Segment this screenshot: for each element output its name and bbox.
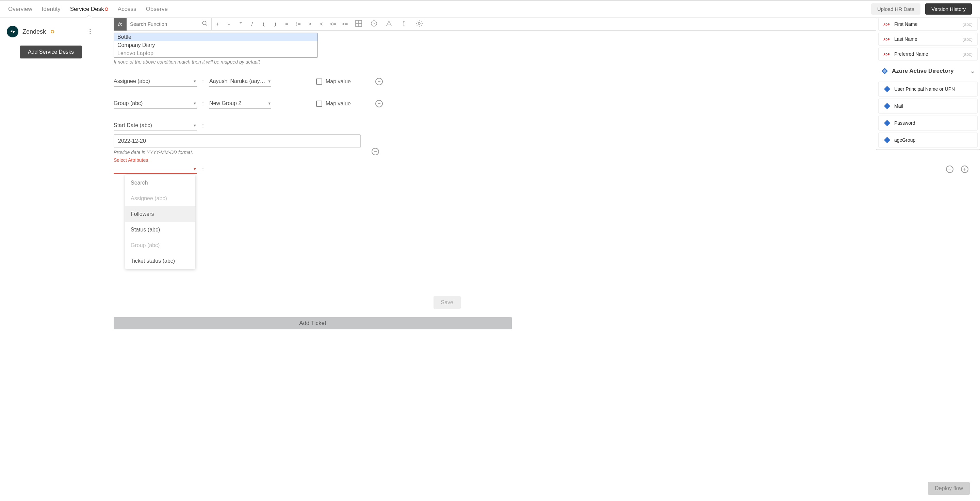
op-div[interactable]: / — [247, 21, 258, 27]
formula-tools — [355, 19, 423, 29]
chevron-down-icon: ▼ — [267, 79, 271, 83]
tab-identity[interactable]: Identity — [42, 1, 60, 17]
tab-observe[interactable]: Observe — [146, 1, 168, 17]
select-value: Assignee (abc) — [114, 78, 150, 84]
text-style-icon[interactable] — [385, 20, 393, 28]
more-menu-icon[interactable] — [86, 27, 95, 36]
dropdown-search[interactable]: Search — [125, 175, 195, 191]
svg-point-3 — [202, 21, 206, 25]
tab-overview[interactable]: Overview — [8, 1, 32, 17]
attribute-dropdown: Search Assignee (abc) Followers Status (… — [125, 175, 195, 269]
add-mapping-button[interactable]: + — [961, 165, 969, 173]
adp-attr-row[interactable]: ADP Preferred Name (abc) — [878, 48, 978, 60]
aad-attr-row[interactable]: Password — [878, 116, 978, 130]
aad-attr-row[interactable]: User Principal Name or UPN — [878, 82, 978, 97]
remove-mapping-button[interactable]: − — [946, 165, 953, 173]
add-service-desks-button[interactable]: Add Service Desks — [20, 46, 82, 59]
svg-point-9 — [404, 21, 404, 22]
operator-row: + - * / ( ) = != > < <= >= — [212, 17, 350, 30]
dropdown-item[interactable]: Followers — [125, 206, 195, 222]
list-item[interactable]: Bottle — [114, 33, 318, 41]
table-icon[interactable] — [355, 19, 363, 29]
chevron-down-icon: ▼ — [193, 167, 197, 171]
select-value: Start Date (abc) — [114, 122, 152, 128]
search-function-field[interactable] — [127, 17, 212, 30]
aad-attr-row[interactable]: ageGroup — [878, 133, 978, 147]
attribute-select[interactable]: Start Date (abc) ▼ — [114, 120, 197, 131]
settings-icon[interactable] — [415, 19, 423, 29]
colon-separator: : — [202, 166, 204, 173]
remove-mapping-button[interactable]: − — [375, 100, 383, 108]
version-history-button[interactable]: Version History — [925, 3, 972, 14]
service-desk-row[interactable]: Zendesk — [7, 24, 95, 39]
select-value: Aayushi Naruka (aay… — [209, 78, 266, 84]
alert-icon — [105, 8, 108, 11]
op-plus[interactable]: + — [212, 21, 223, 27]
op-neq[interactable]: != — [293, 21, 304, 27]
op-mult[interactable]: * — [235, 21, 247, 27]
empty-mapping-row: ▼ : − + — [114, 165, 969, 174]
fx-icon[interactable]: fx — [114, 17, 127, 30]
mapping-form: Bottle Company Diary Lenovo Laptop If no… — [102, 30, 980, 501]
attr-label: Preferred Name — [894, 51, 928, 57]
search-icon[interactable] — [202, 21, 208, 27]
aad-attr-row[interactable]: Mail — [878, 98, 978, 114]
info-icon[interactable] — [400, 20, 408, 28]
attribute-select[interactable]: Group (abc) ▼ — [114, 98, 197, 109]
chevron-down-icon: ▼ — [193, 79, 197, 83]
op-eq[interactable]: = — [281, 21, 293, 27]
attribute-select[interactable]: Assignee (abc) ▼ — [114, 76, 197, 87]
list-item[interactable]: Company Diary — [114, 41, 318, 49]
remove-mapping-button[interactable]: − — [372, 148, 379, 155]
attr-label: Password — [894, 120, 915, 126]
add-ticket-button[interactable]: Add Ticket — [114, 317, 512, 329]
dropdown-item[interactable]: Status (abc) — [125, 222, 195, 238]
op-lte[interactable]: <= — [327, 21, 339, 27]
main-panel: fx + - * / ( ) = != > < <= >= — [102, 17, 980, 501]
op-minus[interactable]: - — [223, 21, 235, 27]
attr-type: (abc) — [962, 52, 972, 57]
adp-icon: ADP — [883, 37, 891, 41]
attribute-select-empty[interactable]: ▼ — [114, 165, 197, 174]
value-select[interactable]: Aayushi Naruka (aay… ▼ — [209, 76, 271, 87]
save-button[interactable]: Save — [434, 296, 461, 309]
map-value-checkbox[interactable] — [316, 79, 322, 85]
start-date-input[interactable] — [114, 134, 361, 148]
chevron-down-icon: ▼ — [193, 124, 197, 127]
upload-hr-data-button[interactable]: Upload HR Data — [871, 3, 920, 14]
zendesk-logo-icon — [7, 26, 18, 37]
op-gt[interactable]: > — [304, 21, 316, 27]
azure-ad-icon — [883, 136, 891, 144]
chevron-down-icon: ▼ — [193, 101, 197, 105]
op-rparen[interactable]: ) — [269, 21, 281, 27]
attr-label: ageGroup — [894, 137, 915, 143]
value-select[interactable]: New Group 2 ▼ — [209, 98, 271, 109]
chevron-down-icon: ▼ — [267, 101, 271, 105]
op-lt[interactable]: < — [316, 21, 327, 27]
dropdown-item[interactable]: Ticket status (abc) — [125, 253, 195, 269]
default-helper-text: If none of the above condition match the… — [114, 59, 969, 65]
deploy-flow-button[interactable]: Deploy flow — [928, 482, 970, 495]
tab-service-desk[interactable]: Service Desk — [70, 1, 108, 17]
adp-attr-row[interactable]: ADP First Name (abc) — [878, 18, 978, 30]
adp-attr-row[interactable]: ADP Last Name (abc) — [878, 33, 978, 46]
mapping-row: Assignee (abc) ▼ : Aayushi Naruka (aay… … — [114, 76, 969, 87]
op-lparen[interactable]: ( — [258, 21, 269, 27]
attr-label: First Name — [894, 21, 917, 27]
attr-label: Last Name — [894, 36, 917, 42]
attr-label: Mail — [894, 103, 903, 109]
search-function-input[interactable] — [130, 21, 202, 27]
default-value-listbox[interactable]: Bottle Company Diary Lenovo Laptop — [114, 33, 318, 58]
clock-icon[interactable] — [370, 20, 378, 28]
chevron-down-icon: ⌄ — [970, 68, 975, 75]
list-item[interactable]: Lenovo Laptop — [114, 49, 318, 57]
tab-access[interactable]: Access — [118, 1, 137, 17]
aad-header-label: Azure Active Directory — [892, 68, 954, 75]
remove-mapping-button[interactable]: − — [375, 78, 383, 85]
colon-separator: : — [202, 78, 204, 85]
service-desk-name: Zendesk — [22, 28, 46, 35]
op-gte[interactable]: >= — [339, 21, 350, 27]
svg-point-0 — [89, 29, 91, 30]
map-value-checkbox[interactable] — [316, 101, 322, 107]
aad-section-header[interactable]: Azure Active Directory ⌄ — [876, 63, 980, 79]
